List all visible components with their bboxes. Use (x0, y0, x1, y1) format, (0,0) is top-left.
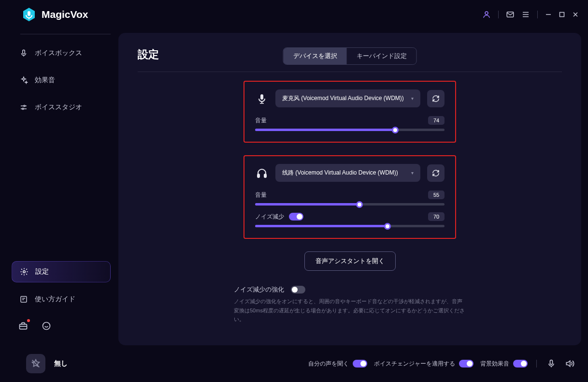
sidebar-item-label: 効果音 (35, 76, 55, 85)
hear-self-label: 自分の声を聞く (308, 360, 349, 368)
sidebar: ボイスボックス 効果音 ボイススタジオ 設定 使い方ガイド (0, 29, 118, 345)
output-volume-row: 音量 55 (255, 191, 445, 206)
sidebar-item-guide[interactable]: 使い方ガイド (12, 289, 111, 309)
mail-icon[interactable] (504, 9, 516, 20)
output-volume-value: 55 (428, 191, 445, 199)
notification-dot (27, 319, 30, 322)
noise-reduction-value: 70 (428, 212, 445, 221)
mic-volume-row: 音量 74 (255, 116, 445, 131)
window-maximize[interactable] (557, 10, 567, 19)
window-minimize[interactable] (544, 10, 553, 19)
user-icon[interactable] (481, 9, 492, 20)
mic-refresh-button[interactable] (427, 90, 445, 107)
speaker-icon[interactable] (564, 358, 575, 369)
output-refresh-button[interactable] (427, 164, 445, 182)
noise-enhance-title: ノイズ減少の強化 (234, 285, 284, 294)
tab-device[interactable]: デバイスを選択 (284, 48, 347, 64)
svg-point-6 (24, 105, 25, 107)
apply-changer-label: ボイスチェンジャーを適用する (374, 360, 455, 368)
output-device-dropdown[interactable]: 线路 (Voicemod Virtual Audio Device (WDM))… (275, 164, 420, 182)
app-logo-icon (21, 7, 37, 22)
gear-icon (20, 267, 29, 276)
noise-reduction-slider[interactable] (255, 225, 445, 227)
mic-device-selected: 麦克风 (Voicemod Virtual Audio Device (WDM)… (282, 94, 404, 103)
svg-point-7 (22, 108, 24, 110)
mic-icon (19, 49, 28, 58)
output-volume-label: 音量 (255, 191, 267, 199)
noise-enhance-desc: ノイズ減少の強化をオンにすると、周囲の音やキーボード音などの干渉が軽減されますが… (234, 297, 466, 324)
mic-icon (255, 92, 269, 105)
divider (537, 11, 538, 18)
page-title: 設定 (138, 47, 159, 62)
open-voice-assistant-button[interactable]: 音声アシスタントを開く (304, 251, 396, 271)
svg-rect-0 (28, 11, 30, 16)
hear-self-control: 自分の声を聞く (308, 360, 367, 368)
chat-icon[interactable] (41, 320, 52, 332)
book-icon (19, 295, 28, 304)
main-header: 設定 デバイスを選択 キーバインド設定 (138, 47, 562, 62)
mic-volume-slider[interactable] (255, 129, 445, 131)
sliders-icon (19, 103, 28, 112)
svg-point-8 (23, 271, 26, 273)
main-panel: 設定 デバイスを選択 キーバインド設定 麦克风 (Voicemod Virtua… (118, 33, 581, 345)
apply-changer-control: ボイスチェンジャーを適用する (374, 360, 473, 368)
mic-volume-label: 音量 (255, 117, 267, 125)
svg-rect-14 (260, 103, 264, 104)
bottombar-right: 自分の声を聞く ボイスチェンジャーを適用する 背景効果音 (308, 358, 575, 369)
svg-rect-16 (264, 174, 266, 177)
output-device-selected: 线路 (Voicemod Virtual Audio Device (WDM)) (282, 169, 398, 177)
chevron-down-icon: ▾ (411, 96, 414, 101)
main-divider (138, 72, 562, 72)
title-right (481, 9, 580, 20)
noise-reduction-toggle[interactable] (289, 213, 303, 220)
preset-label: 無し (54, 359, 68, 368)
sidebar-item-label: 使い方ガイド (35, 295, 75, 304)
svg-point-11 (43, 323, 50, 330)
device-block-mic: 麦克风 (Voicemod Virtual Audio Device (WDM)… (244, 81, 456, 143)
app-logo: MagicVox (21, 7, 88, 22)
device-block-output: 线路 (Voicemod Virtual Audio Device (WDM))… (244, 155, 456, 239)
noise-reduction-row: ノイズ減少 70 (255, 212, 445, 227)
bg-sound-label: 背景効果音 (480, 360, 509, 368)
preset-icon[interactable] (26, 354, 45, 373)
svg-rect-12 (260, 94, 263, 100)
noise-enhance-block: ノイズ減少の強化 ノイズ減少の強化をオンにすると、周囲の音やキーボード音などの干… (234, 285, 466, 324)
bottombar-left: 無し (26, 354, 68, 373)
headphones-icon (255, 166, 269, 180)
tab-keybind[interactable]: キーバインド設定 (347, 48, 416, 64)
svg-rect-1 (29, 18, 29, 19)
sidebar-item-soundfx[interactable]: 効果音 (12, 70, 111, 90)
noise-reduction-label: ノイズ減少 (255, 213, 303, 221)
svg-rect-15 (258, 174, 259, 177)
menu-icon[interactable] (520, 9, 531, 20)
svg-rect-4 (560, 13, 564, 17)
svg-point-2 (485, 12, 488, 15)
settings-tabs: デバイスを選択 キーバインド設定 (283, 47, 417, 65)
bottombar: 無し 自分の声を聞く ボイスチェンジャーを適用する 背景効果音 (0, 345, 588, 382)
svg-rect-17 (550, 360, 553, 365)
titlebar: MagicVox (0, 0, 588, 29)
sidebar-item-label: ボイススタジオ (35, 103, 82, 112)
apply-changer-toggle[interactable] (459, 360, 473, 367)
sidebar-divider (20, 34, 111, 34)
sidebar-item-label: 設定 (35, 267, 49, 276)
sidebar-item-voicebox[interactable]: ボイスボックス (12, 43, 111, 63)
chevron-down-icon: ▾ (411, 170, 414, 176)
mic-device-dropdown[interactable]: 麦克风 (Voicemod Virtual Audio Device (WDM)… (275, 89, 420, 107)
hear-self-toggle[interactable] (353, 360, 367, 367)
mic-icon[interactable] (545, 358, 557, 369)
sidebar-item-settings[interactable]: 設定 (12, 261, 111, 282)
window-close[interactable] (571, 10, 580, 19)
bg-sound-toggle[interactable] (513, 360, 528, 367)
svg-rect-13 (261, 102, 262, 103)
output-volume-slider[interactable] (255, 203, 445, 206)
sidebar-item-voicestudio[interactable]: ボイススタジオ (12, 97, 111, 118)
app-name: MagicVox (42, 9, 88, 20)
divider (498, 11, 499, 18)
noise-enhance-toggle[interactable] (291, 286, 305, 294)
divider (536, 360, 537, 367)
sidebar-item-label: ボイスボックス (35, 49, 82, 58)
svg-rect-5 (23, 50, 25, 54)
toolbox-icon[interactable] (17, 320, 29, 332)
sidebar-bottom-icons (12, 316, 111, 336)
